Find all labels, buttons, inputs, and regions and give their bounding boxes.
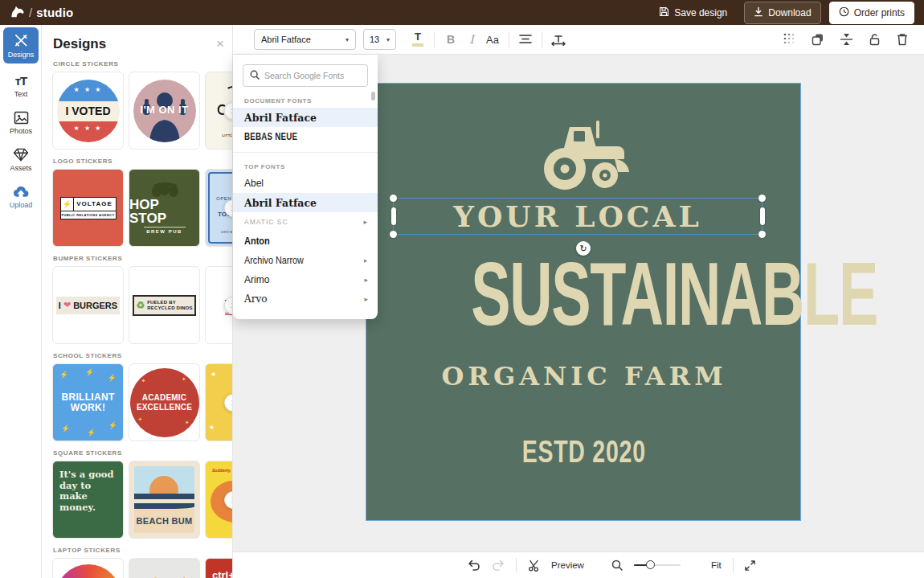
text-sustainable[interactable]: SUSTAINABLE <box>366 252 802 336</box>
sticker-i-voted[interactable]: ★ ★ ★ I VOTED ★ ★ ★ <box>52 72 124 150</box>
lightning-icon: ⚡ <box>87 428 96 437</box>
section-circle-stickers: CIRCLE STICKERS ★ ★ ★ I VOTED ★ ★ ★ I'M … <box>42 60 232 150</box>
zoom-icon[interactable] <box>611 560 623 571</box>
sidebar-item-assets[interactable]: Assets <box>0 141 42 178</box>
sticker-recycled-dinos[interactable]: ♻ FUELED BY RECYCLED DINOS <box>129 266 200 344</box>
text-icon: тT <box>15 75 27 88</box>
save-icon <box>659 6 669 19</box>
fullscreen-icon[interactable] <box>745 560 755 571</box>
submenu-arrow-icon: ▸ <box>364 276 368 284</box>
letter-spacing-button[interactable] <box>548 29 569 50</box>
italic-button[interactable]: I <box>461 29 482 50</box>
preview-icon[interactable] <box>528 560 540 572</box>
sticker-beach-bum[interactable]: BEACH BUM <box>129 461 200 539</box>
sticker-ctrl-alt-self-destruct[interactable]: ctrl+ alt+ self dest <box>205 558 233 578</box>
lightning-icon: ⚡ <box>108 421 117 429</box>
download-icon <box>754 6 763 19</box>
resize-handle-top-left[interactable] <box>390 195 397 202</box>
font-option-archivo-narrow[interactable]: Archivo Narrow▸ <box>233 251 378 270</box>
object-tools <box>781 29 911 50</box>
sticker-academic-excellence[interactable]: ✦ ✦ ✦ ✦ ACADEMIC EXCELLENCE <box>129 363 200 441</box>
lock-icon[interactable] <box>865 29 883 50</box>
scrollbar-thumb[interactable] <box>371 92 375 100</box>
sidebar-item-designs[interactable]: Designs <box>3 27 39 64</box>
font-option-abril-fatface-top[interactable]: Abril Fatface <box>233 193 378 212</box>
redo-button[interactable] <box>492 560 505 571</box>
fit-button[interactable]: Fit <box>711 560 722 570</box>
resize-handle-right[interactable] <box>760 207 765 225</box>
close-icon[interactable]: × <box>216 39 224 50</box>
font-option-arvo[interactable]: Arvo▸ <box>233 289 378 309</box>
chevron-down-icon: ▾ <box>345 36 349 43</box>
photos-icon <box>14 111 29 125</box>
panel-header: Designs × <box>42 25 232 52</box>
search-icon <box>250 68 260 83</box>
sticker-brilliant-work[interactable]: ⚡ ⚡ ⚡ ⚡ ⚡ ⚡ BRILLIANT WORK! <box>52 363 124 441</box>
sticker-make-more[interactable]: MAKE MORE <box>52 558 124 578</box>
lightning-icon: ⚡ <box>108 374 117 382</box>
divider <box>733 558 734 572</box>
divider <box>434 31 435 47</box>
font-size-select[interactable]: 13 ▾ <box>363 29 396 50</box>
star-icon: ★ <box>211 371 216 378</box>
chevron-down-icon: ▾ <box>386 36 390 43</box>
tractor-illustration[interactable] <box>534 119 632 196</box>
font-option-bebas-neue[interactable]: BEBAS NEUE <box>233 127 378 146</box>
zoom-slider[interactable] <box>634 564 681 566</box>
align-center-button[interactable] <box>515 29 536 50</box>
brand-slash: / <box>29 6 32 19</box>
font-option-arimo[interactable]: Arimo▸ <box>233 270 378 289</box>
text-color-button[interactable]: T <box>407 29 428 50</box>
sticker-voltage[interactable]: ⚡ VOLTAGE PUBLIC RELATIONS AGENCY <box>52 169 124 247</box>
preview-button[interactable]: Preview <box>551 560 584 570</box>
sidebar-item-text[interactable]: тT Text <box>0 68 42 105</box>
upload-cloud-icon <box>13 185 29 199</box>
mule-icon <box>10 5 25 21</box>
sparkle-icon: ✦ <box>182 376 186 383</box>
font-option-anton[interactable]: Anton <box>233 232 378 251</box>
sticker-i-love-burgers[interactable]: I ❤ BURGERS <box>52 266 124 344</box>
color-swatch <box>412 43 423 47</box>
section-laptop-stickers: LAPTOP STICKERS MAKE MORE ☝☝ DOUBLE <box>42 547 232 578</box>
font-option-abel[interactable]: Abel <box>233 174 378 193</box>
sticker-double-click[interactable]: ☝☝ DOUBLE <box>129 558 200 578</box>
font-search-box[interactable] <box>243 64 368 87</box>
save-design-button[interactable]: Save design <box>650 2 736 23</box>
sidebar-item-upload[interactable]: Upload <box>0 178 42 215</box>
delete-icon[interactable] <box>893 29 911 50</box>
text-estd-2020[interactable]: ESTD 2020 <box>366 435 802 469</box>
section-heading: SQUARE STICKERS <box>53 449 232 457</box>
divider <box>516 558 517 572</box>
transparency-button[interactable] <box>781 29 799 50</box>
text-case-button[interactable]: Aa <box>482 29 503 50</box>
design-artboard[interactable]: YOUR LOCAL ↻ SUSTAINABLE ORGANIC FARM ES… <box>366 83 801 521</box>
divider <box>509 31 509 47</box>
selected-text-your-local[interactable]: YOUR LOCAL <box>393 198 763 235</box>
duplicate-button[interactable] <box>809 29 827 50</box>
text-organic-farm[interactable]: ORGANIC FARM <box>366 361 802 391</box>
undo-button[interactable] <box>468 560 480 571</box>
zoom-slider-thumb[interactable] <box>646 560 655 569</box>
sidebar-item-photos[interactable]: Photos <box>0 105 42 141</box>
position-button[interactable] <box>837 29 855 50</box>
topbar-actions: Save design Download Order prints <box>650 2 914 24</box>
font-family-select[interactable]: Abril Fatface ▾ <box>254 29 356 50</box>
order-prints-button[interactable]: Order prints <box>829 2 914 24</box>
sticker-hop-stop[interactable]: HOP STOP BREW PUB <box>129 169 200 247</box>
resize-handle-top-right[interactable] <box>758 195 766 202</box>
gem-icon <box>13 148 29 162</box>
font-search-input[interactable] <box>264 71 359 80</box>
lightning-icon: ⚡ <box>61 424 70 432</box>
resize-handle-left[interactable] <box>391 207 396 225</box>
sticker-good-day[interactable]: It's a good day to make money. <box>52 461 124 539</box>
section-heading: SCHOOL STICKERS <box>53 352 232 359</box>
sticker-im-on-it[interactable]: I'M ON IT <box>129 72 200 150</box>
download-button[interactable]: Download <box>744 2 820 24</box>
text-toolbar: Abril Fatface ▾ 13 ▾ T B I Aa <box>233 25 924 55</box>
font-option-amatic-sc[interactable]: Amatic SC▸ <box>233 212 378 232</box>
bold-button[interactable]: B <box>440 29 461 50</box>
resize-handle-bottom-left[interactable] <box>390 231 397 238</box>
resize-handle-bottom-right[interactable] <box>758 231 766 238</box>
font-option-abril-fatface[interactable]: Abril Fatface <box>233 108 378 127</box>
brand-logo[interactable]: / studio <box>10 5 73 21</box>
